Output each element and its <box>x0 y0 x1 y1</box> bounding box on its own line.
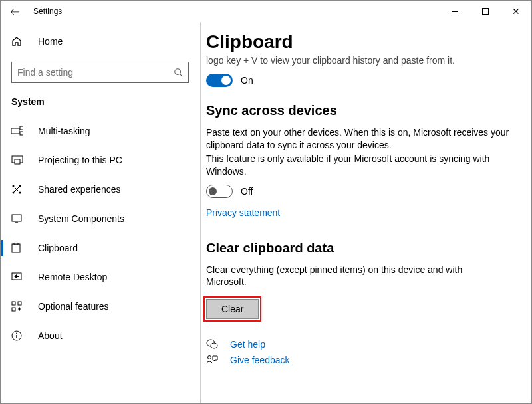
svg-rect-13 <box>12 215 21 221</box>
sidebar-category: System <box>11 96 189 107</box>
close-button[interactable]: ✕ <box>501 1 531 22</box>
svg-point-0 <box>175 69 181 75</box>
clear-paragraph: Clear everything (except pinned items) o… <box>206 264 472 289</box>
sync-toggle[interactable] <box>206 185 233 198</box>
nav-label: Shared experiences <box>38 184 121 195</box>
nav-label: Projecting to this PC <box>38 155 122 165</box>
svg-rect-4 <box>20 132 23 135</box>
history-description-truncated: logo key + V to view your clipboard hist… <box>206 55 511 67</box>
back-button[interactable]: 🡠 <box>10 6 20 17</box>
clear-heading: Clear clipboard data <box>206 241 511 256</box>
give-feedback-label: Give feedback <box>230 355 290 365</box>
nav-shared-experiences[interactable]: Shared experiences <box>1 175 189 204</box>
nav-label: Optional features <box>38 301 109 312</box>
svg-rect-20 <box>12 308 15 311</box>
nav-projecting[interactable]: Projecting to this PC <box>1 146 189 175</box>
search-placeholder: Find a setting <box>17 67 174 78</box>
nav-multi-tasking[interactable]: Multi-tasking <box>1 116 189 146</box>
optional-icon <box>11 301 27 312</box>
svg-point-25 <box>16 333 17 334</box>
search-icon <box>174 68 183 77</box>
sync-heading: Sync across devices <box>206 103 511 118</box>
nav-clipboard[interactable]: Clipboard <box>1 233 189 262</box>
nav-label: System Components <box>38 213 124 224</box>
projecting-icon <box>11 155 27 165</box>
svg-rect-3 <box>20 126 23 130</box>
clear-button[interactable]: Clear <box>206 299 259 319</box>
clipboard-icon <box>11 243 27 253</box>
nav-label: Clipboard <box>38 243 78 253</box>
privacy-link[interactable]: Privacy statement <box>206 207 280 218</box>
sync-paragraph-2: This feature is only available if your M… <box>206 153 511 178</box>
page-title: Clipboard <box>206 31 511 52</box>
sync-toggle-label: Off <box>241 186 253 197</box>
svg-line-1 <box>180 74 183 77</box>
svg-rect-19 <box>18 302 21 305</box>
about-icon <box>11 330 27 341</box>
components-icon <box>11 214 27 223</box>
feedback-icon <box>206 355 222 365</box>
window-title: Settings <box>33 7 62 16</box>
nav-remote-desktop[interactable]: Remote Desktop <box>1 262 189 292</box>
help-icon <box>206 339 222 350</box>
svg-point-28 <box>208 356 211 359</box>
get-help-label: Get help <box>230 339 265 350</box>
svg-point-27 <box>211 343 217 348</box>
home-icon <box>11 36 27 47</box>
history-toggle-label: On <box>241 75 253 86</box>
nav-label: About <box>38 330 63 341</box>
nav-home[interactable]: Home <box>11 29 189 54</box>
history-toggle[interactable] <box>206 74 233 87</box>
svg-rect-6 <box>15 159 20 164</box>
minimize-button[interactable] <box>440 1 470 22</box>
shared-icon <box>11 184 27 195</box>
svg-rect-15 <box>12 244 20 252</box>
multitask-icon <box>11 126 27 136</box>
nav-label: Remote Desktop <box>38 272 107 282</box>
nav-about[interactable]: About <box>1 321 189 350</box>
nav-home-label: Home <box>38 36 63 47</box>
sync-paragraph-1: Paste text on your other devices. When t… <box>206 126 511 152</box>
nav-label: Multi-tasking <box>38 126 90 136</box>
maximize-button[interactable] <box>470 1 501 22</box>
nav-optional-features[interactable]: Optional features <box>1 292 189 321</box>
nav-system-components[interactable]: System Components <box>1 204 189 233</box>
give-feedback-link[interactable]: Give feedback <box>206 355 511 365</box>
get-help-link[interactable]: Get help <box>206 339 511 350</box>
svg-rect-2 <box>11 128 19 134</box>
search-input[interactable]: Find a setting <box>11 62 189 83</box>
remote-icon <box>11 272 27 282</box>
svg-rect-18 <box>12 302 15 305</box>
